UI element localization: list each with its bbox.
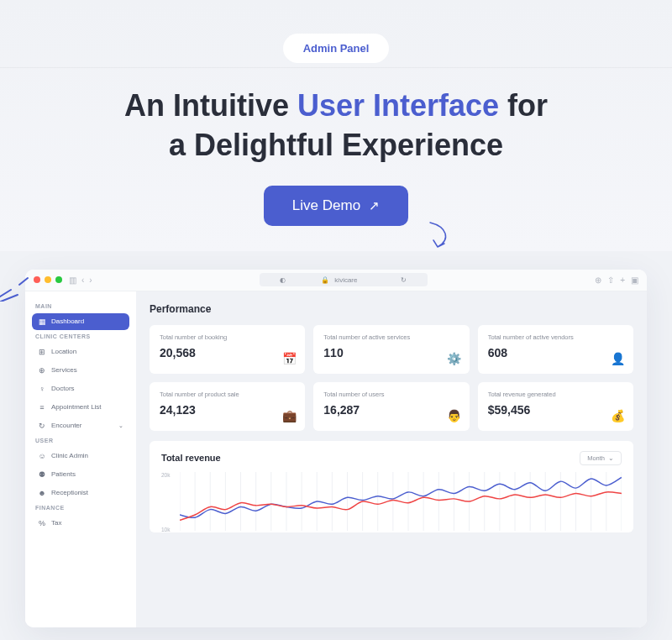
card-value: 110 bbox=[323, 346, 459, 359]
metric-card: Total number of active vendors608👤 bbox=[478, 325, 633, 374]
minimize-dot-icon[interactable] bbox=[45, 276, 51, 283]
sidebar-item-patients[interactable]: ⚉Patients bbox=[32, 466, 129, 483]
card-icon: 📅 bbox=[282, 352, 297, 365]
sidebar-item-appointment-list[interactable]: ≡Appointment List bbox=[32, 399, 129, 416]
close-dot-icon[interactable] bbox=[34, 276, 40, 283]
nav-label: Location bbox=[51, 348, 76, 355]
metric-card: Total revenue generated$59,456💰 bbox=[478, 382, 633, 431]
sidebar-item-services[interactable]: ⊕Services bbox=[32, 362, 129, 379]
titlebar-right-icons: ⊕ ⇧ + ▣ bbox=[595, 275, 638, 285]
nav-icon: % bbox=[38, 519, 46, 527]
metric-card: Total number of booking20,568📅 bbox=[150, 325, 305, 374]
sidebar: MAIN▦DashboardCLINIC CENTERS⊞Location⊕Se… bbox=[25, 291, 136, 627]
nav-label: Appointment List bbox=[51, 403, 102, 411]
chart-line-series-red bbox=[180, 491, 622, 520]
card-label: Total number of booking bbox=[160, 333, 295, 341]
sidebar-section-title: CLINIC CENTERS bbox=[35, 333, 129, 339]
url-bar[interactable]: ◐ 🔒 kivicare ↻ bbox=[260, 273, 428, 286]
month-selector[interactable]: Month ⌄ bbox=[580, 451, 622, 465]
nav-icon: ⚉ bbox=[38, 470, 46, 479]
card-label: Total number of product sale bbox=[160, 391, 295, 398]
tabs-icon[interactable]: ▣ bbox=[631, 275, 638, 285]
card-icon: 💰 bbox=[611, 409, 625, 422]
scribble-arrow-icon bbox=[426, 218, 458, 252]
maximize-dot-icon[interactable] bbox=[55, 276, 62, 283]
chart-area: 20k10k bbox=[161, 472, 622, 532]
card-value: 24,123 bbox=[160, 403, 295, 417]
lock-icon: 🔒 bbox=[321, 276, 329, 284]
sidebar-item-receptionist[interactable]: ☻Receptionist bbox=[32, 485, 129, 501]
chart-title: Total revenue bbox=[161, 453, 221, 463]
sidebar-item-location[interactable]: ⊞Location bbox=[32, 344, 129, 360]
sidebar-toggle-icon[interactable]: ▥ bbox=[69, 275, 76, 285]
live-demo-button[interactable]: Live Demo ↗ bbox=[264, 186, 408, 226]
nav-label: Dashboard bbox=[51, 317, 84, 325]
card-value: 16,287 bbox=[323, 403, 459, 417]
main-content: Performance Total number of booking20,56… bbox=[136, 291, 647, 627]
sidebar-section-title: FINANCE bbox=[35, 505, 129, 511]
performance-title: Performance bbox=[150, 303, 633, 315]
card-label: Total number of active vendors bbox=[488, 333, 623, 341]
card-label: Total number of active services bbox=[323, 333, 459, 341]
card-label: Total number of users bbox=[323, 391, 459, 398]
card-icon: ⚙️ bbox=[447, 352, 461, 365]
nav-icon: ⊞ bbox=[38, 348, 46, 356]
sidebar-item-doctors[interactable]: ♀Doctors bbox=[32, 380, 129, 397]
back-icon[interactable]: ‹ bbox=[81, 275, 84, 285]
nav-icon: ↻ bbox=[38, 422, 46, 430]
arrow-ne-icon: ↗ bbox=[369, 198, 380, 213]
metric-card: Total number of product sale24,123💼 bbox=[150, 382, 305, 431]
nav-label: Patients bbox=[51, 470, 76, 478]
reload-icon[interactable]: ↻ bbox=[401, 276, 407, 284]
nav-label: Clinic Admin bbox=[51, 452, 88, 459]
sidebar-item-clinic-admin[interactable]: ☺Clinic Admin bbox=[32, 448, 129, 464]
nav-icon: ☺ bbox=[38, 452, 46, 460]
hero-headline: An Intuitive User Interface for a Deligh… bbox=[0, 87, 672, 165]
card-label: Total revenue generated bbox=[488, 391, 623, 398]
card-value: 608 bbox=[488, 346, 623, 359]
nav-label: Encounter bbox=[51, 422, 81, 429]
sidebar-item-dashboard[interactable]: ▦Dashboard bbox=[32, 313, 129, 330]
sidebar-item-tax[interactable]: %Tax bbox=[32, 515, 129, 532]
card-value: 20,568 bbox=[160, 346, 295, 359]
headline-highlight: User Interface bbox=[297, 88, 499, 123]
download-icon[interactable]: ⊕ bbox=[595, 275, 601, 285]
nav-icon: ▦ bbox=[38, 317, 46, 326]
metric-cards: Total number of booking20,568📅Total numb… bbox=[150, 325, 633, 431]
chevron-down-icon: ⌄ bbox=[118, 422, 123, 429]
share-icon[interactable]: ⇧ bbox=[607, 275, 614, 285]
chart-svg bbox=[180, 472, 622, 531]
app-window: ▥ ‹ › ◐ 🔒 kivicare ↻ ⊕ ⇧ + ▣ MAIN▦Dashbo… bbox=[25, 270, 647, 627]
chart-line-series-blue bbox=[180, 477, 622, 517]
metric-card: Total number of users16,287👨 bbox=[313, 382, 469, 431]
cta-label: Live Demo bbox=[292, 197, 360, 214]
nav-label: Doctors bbox=[51, 385, 75, 392]
nav-icon: ♀ bbox=[38, 385, 46, 393]
metric-card: Total number of active services110⚙️ bbox=[313, 325, 469, 374]
nav-label: Services bbox=[51, 366, 77, 374]
nav-icon: ⊕ bbox=[38, 366, 46, 375]
url-text: kivicare bbox=[334, 276, 357, 284]
admin-panel-pill: Admin Panel bbox=[283, 34, 390, 63]
titlebar: ▥ ‹ › ◐ 🔒 kivicare ↻ ⊕ ⇧ + ▣ bbox=[25, 270, 647, 291]
revenue-chart-box: Total revenue Month ⌄ 20k10k bbox=[150, 441, 633, 532]
scribble-lines-icon bbox=[0, 273, 31, 302]
chart-y-labels: 20k10k bbox=[161, 472, 170, 532]
nav-icon: ☻ bbox=[38, 489, 46, 497]
card-icon: 💼 bbox=[282, 409, 297, 422]
add-icon[interactable]: + bbox=[620, 275, 625, 285]
nav-label: Receptionist bbox=[51, 489, 88, 496]
shield-icon: ◐ bbox=[280, 276, 286, 284]
traffic-lights bbox=[34, 276, 62, 283]
chevron-down-icon: ⌄ bbox=[608, 454, 614, 462]
y-tick-label: 10k bbox=[161, 527, 170, 532]
nav-icon: ≡ bbox=[38, 403, 46, 412]
card-icon: 👨 bbox=[447, 409, 461, 422]
hero-section: Admin Panel An Intuitive User Interface … bbox=[0, 0, 672, 251]
sidebar-item-encounter[interactable]: ↻Encounter⌄ bbox=[32, 417, 129, 434]
nav-label: Tax bbox=[51, 519, 61, 527]
y-tick-label: 20k bbox=[161, 472, 170, 478]
sidebar-section-title: USER bbox=[35, 438, 129, 443]
sidebar-section-title: MAIN bbox=[35, 303, 129, 309]
card-icon: 👤 bbox=[611, 352, 625, 365]
